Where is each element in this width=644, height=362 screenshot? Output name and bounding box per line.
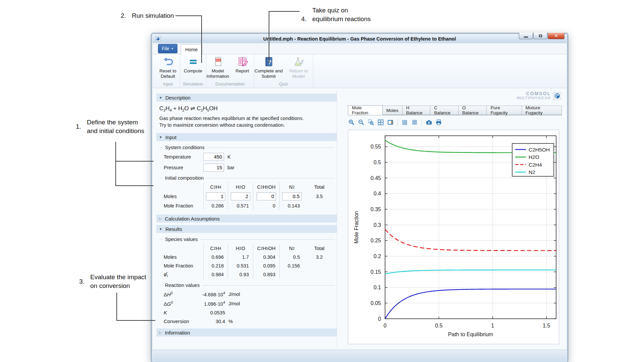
reaction-value-row: K0.0535: [164, 310, 337, 315]
svg-text:C2H4: C2H4: [529, 162, 542, 168]
section-header-input[interactable]: ▼ Input: [156, 133, 337, 141]
pressure-unit: bar: [227, 165, 234, 170]
svg-text:0.05: 0.05: [371, 300, 381, 306]
plot-tab-o-balance[interactable]: O Balance: [459, 106, 487, 115]
svg-text:0.2: 0.2: [374, 253, 381, 259]
return-to-model-button[interactable]: Return toModel: [284, 56, 313, 81]
annotation-3-line2: on conversion: [90, 282, 146, 290]
model-information-button[interactable]: PDFModelInformation: [206, 56, 229, 81]
x-grid-icon[interactable]: [401, 119, 409, 126]
plot-tab-mole-fraction[interactable]: Mole Fraction: [348, 105, 383, 115]
ribbon-button-label: Complete andSubmit: [255, 68, 283, 79]
annotation-3-line1: Evaluate the impact: [90, 273, 146, 282]
svg-text:0.35: 0.35: [371, 206, 381, 212]
table-value-cell: [279, 270, 304, 279]
reaction-value-unit: %: [228, 319, 233, 324]
annotation-4: 4. Take quiz on equilibrium reactions: [301, 6, 371, 23]
table-value-cell: 0.696: [203, 253, 228, 261]
svg-text:1: 1: [491, 323, 494, 328]
ribbon-group-label: Documentation: [206, 81, 254, 88]
svg-text:Mole Fraction: Mole Fraction: [354, 211, 359, 244]
zoom-box-icon[interactable]: [367, 119, 375, 126]
svg-text:0.4: 0.4: [374, 191, 381, 196]
expand-triangle-icon: ▷: [159, 330, 162, 335]
table-value-cell: 0.5: [279, 253, 304, 261]
column-header-total: Total: [304, 183, 335, 191]
tab-home[interactable]: Home: [181, 44, 202, 54]
reaction-value: -4.698·104: [193, 291, 225, 297]
plot-tab-pure-fugacity[interactable]: Pure Fugacity: [487, 106, 522, 115]
section-title: Information: [165, 330, 190, 336]
callout-line-1-h1: [115, 161, 154, 162]
zoom-extents-icon[interactable]: [377, 119, 384, 126]
annotation-2-line1: Run simulation: [132, 11, 174, 20]
table-value-cell: 0.286: [203, 201, 228, 210]
print-icon[interactable]: [435, 119, 442, 126]
ribbon-group-label: Quiz: [254, 81, 313, 88]
moles-input-h2o[interactable]: [231, 192, 250, 200]
maximize-icon: [539, 35, 542, 37]
svg-text:0.45: 0.45: [371, 175, 381, 181]
section-header-description[interactable]: ▼ Description: [156, 94, 337, 102]
moles-input-cell: [279, 191, 304, 201]
fieldset-initial-composition: Initial composition: [159, 175, 337, 181]
reaction-value: 1.096·104: [193, 300, 225, 307]
column-header: N2: [279, 244, 304, 253]
close-button[interactable]: ✕: [548, 33, 565, 39]
column-header: C2H4: [203, 183, 228, 191]
comsol-logo-line1: COMSOL: [517, 92, 551, 96]
report-button[interactable]: Report: [231, 56, 254, 81]
close-icon: ✕: [554, 34, 558, 38]
section-title: Input: [165, 134, 176, 140]
reaction-value-row: ΔH0-4.698·104J/mol: [164, 291, 337, 297]
moles-input-n2[interactable]: [282, 192, 302, 200]
annotation-4-number: 4.: [301, 15, 309, 23]
reset-to-default-button[interactable]: Reset toDefault: [156, 56, 180, 81]
file-menu-button[interactable]: File ▼: [158, 44, 177, 53]
reaction-equation: C2H4 + H2O ⇌ C2H5OH: [159, 105, 337, 112]
compute-button[interactable]: Compute: [180, 56, 206, 81]
temperature-unit: K: [227, 154, 231, 160]
zoom-in-icon[interactable]: [348, 119, 355, 126]
report-icon: [236, 56, 249, 68]
moles-input-cell: [228, 191, 253, 201]
plot-tab-moles[interactable]: Moles: [383, 106, 402, 115]
annotation-4-line2: equilibrium reactions: [312, 15, 371, 23]
plot-tab-mixture-fugacity[interactable]: Mixture Fugacity: [522, 106, 562, 115]
y-grid-icon[interactable]: [411, 119, 418, 126]
collapse-triangle-icon: ▼: [159, 96, 162, 100]
temperature-input[interactable]: [203, 153, 224, 161]
column-header: H2O: [228, 183, 253, 191]
section-header-calc-assumptions[interactable]: ▷ Calculation Assumptions: [156, 215, 337, 223]
moles-input-c2h5oh[interactable]: [257, 192, 276, 200]
annotation-3: 3. Evaluate the impact on conversion: [79, 273, 146, 290]
description-text-1: Gas phase reaction reaches equilibrium a…: [159, 115, 337, 122]
moles-input-c2h4[interactable]: [206, 192, 225, 200]
section-header-results[interactable]: ▼ Results: [156, 225, 337, 233]
image-view-icon[interactable]: [387, 119, 394, 126]
plot-tab-c-balance[interactable]: C Balance: [430, 106, 459, 115]
svg-text:0.25: 0.25: [371, 238, 381, 243]
plot-area[interactable]: 00.050.10.150.20.250.30.350.40.450.50.55…: [348, 130, 559, 344]
table-value-cell: 0.93: [228, 270, 253, 279]
callout-line-1-v: [115, 142, 116, 186]
moles-input-cell: [203, 191, 228, 201]
table-total-cell: [304, 261, 335, 270]
annotation-1: 1. Define the system and initial conditi…: [76, 118, 144, 135]
minimize-button[interactable]: [519, 33, 533, 39]
reaction-value-label: ΔH0: [164, 291, 193, 297]
maximize-button[interactable]: [533, 33, 547, 39]
callout-line-2-v: [201, 15, 202, 63]
status-bar: [153, 350, 567, 361]
svg-text:C2H5OH: C2H5OH: [529, 147, 550, 153]
pressure-input[interactable]: [203, 164, 224, 172]
section-header-information[interactable]: ▷ Information: [156, 328, 337, 337]
home-tab-label: Home: [185, 47, 198, 52]
snapshot-icon[interactable]: [425, 119, 433, 126]
callout-line-3-h: [116, 320, 155, 321]
row-label: Mole Fraction: [164, 261, 203, 270]
plot-tab-h-balance[interactable]: H Balance: [402, 106, 431, 115]
zoom-out-icon[interactable]: [358, 119, 365, 126]
moles-input-cell: [253, 191, 279, 201]
annotation-1-line1: Define the system: [87, 118, 144, 127]
